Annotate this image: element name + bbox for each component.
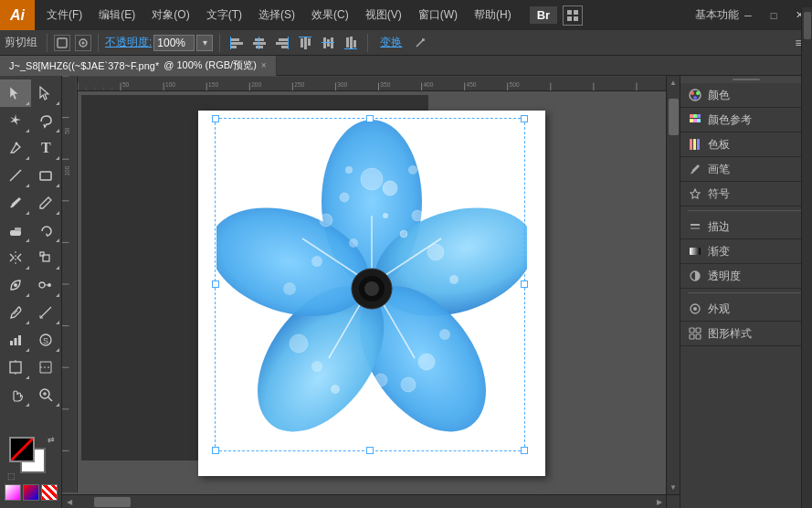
menu-help[interactable]: 帮助(H) bbox=[467, 4, 519, 26]
svg-rect-15 bbox=[279, 38, 289, 41]
maximize-button[interactable]: □ bbox=[761, 0, 786, 30]
menu-effect[interactable]: 效果(C) bbox=[304, 4, 356, 26]
scroll-up-arrow[interactable]: ▲ bbox=[667, 76, 680, 90]
gradient-fill-mode-btn[interactable] bbox=[23, 484, 39, 501]
transform-label[interactable]: 变换 bbox=[374, 33, 407, 52]
scroll-thumb-right[interactable] bbox=[669, 99, 679, 135]
gradient-panel-icon bbox=[688, 244, 702, 259]
scroll-down-arrow[interactable]: ▼ bbox=[667, 481, 680, 494]
default-colors-icon[interactable]: ⬚ bbox=[7, 471, 16, 481]
menu-edit[interactable]: 编辑(E) bbox=[91, 4, 142, 26]
isolate-icon[interactable] bbox=[54, 35, 70, 51]
right-panel-scrollbar[interactable] bbox=[801, 7, 812, 508]
svg-text:400: 400 bbox=[423, 81, 433, 88]
panel-indicator-bar bbox=[733, 79, 760, 80]
panel-header-color-ref[interactable]: 颜色参考 bbox=[680, 108, 812, 132]
workspace-label[interactable]: 基本功能 bbox=[695, 7, 739, 23]
svg-rect-18 bbox=[288, 37, 289, 49]
panel-group-symbol: 符号 bbox=[680, 182, 812, 206]
symbol-tool[interactable]: S bbox=[31, 326, 62, 354]
opacity-label[interactable]: 不透明度: bbox=[105, 35, 152, 50]
no-fill-mode-btn[interactable] bbox=[41, 484, 58, 501]
active-tab[interactable]: J~_S8[MHZ6((~$JAE`378~F.png* @ 100% (RGB… bbox=[0, 56, 277, 76]
panel-header-gradient[interactable]: 渐变 bbox=[680, 239, 812, 263]
hand-tool[interactable] bbox=[0, 381, 31, 408]
align-vcenter-btn[interactable] bbox=[318, 33, 338, 53]
svg-rect-144 bbox=[697, 114, 701, 118]
artboard[interactable] bbox=[198, 111, 545, 476]
measure-tool[interactable] bbox=[31, 299, 62, 326]
right-panel-scroll-thumb[interactable] bbox=[804, 12, 811, 39]
lasso-tool[interactable] bbox=[31, 107, 62, 134]
gradient-panel-label: 渐变 bbox=[708, 244, 805, 259]
canvas-workspace[interactable] bbox=[78, 91, 666, 494]
scale-tool[interactable] bbox=[31, 244, 62, 271]
target-icon[interactable] bbox=[75, 35, 91, 51]
warp-tool[interactable] bbox=[0, 271, 31, 299]
scroll-thumb-bottom[interactable] bbox=[94, 497, 131, 507]
scroll-track-right[interactable] bbox=[667, 90, 680, 481]
opacity-dropdown[interactable]: ▾ bbox=[196, 35, 213, 51]
minimize-button[interactable]: ─ bbox=[735, 0, 761, 30]
align-center-btn[interactable] bbox=[249, 33, 269, 53]
magic-wand-tool[interactable] bbox=[0, 107, 31, 134]
scrollbar-right[interactable]: ▲ ▼ bbox=[666, 76, 680, 494]
menu-file[interactable]: 文件(F) bbox=[39, 4, 90, 26]
rotate-tool[interactable] bbox=[31, 217, 62, 244]
svg-rect-160 bbox=[696, 334, 701, 339]
svg-rect-0 bbox=[567, 10, 572, 15]
color-ref-panel-icon bbox=[688, 112, 702, 127]
line-tool[interactable] bbox=[0, 162, 31, 189]
artboard-tool[interactable] bbox=[0, 354, 31, 381]
menu-object[interactable]: 对象(O) bbox=[144, 4, 196, 26]
arrange-icon[interactable] bbox=[563, 5, 583, 26]
pencil-tool[interactable] bbox=[31, 189, 62, 217]
zoom-tool[interactable] bbox=[31, 381, 62, 408]
panel-header-brush[interactable]: 画笔 bbox=[680, 157, 812, 181]
align-right-btn[interactable] bbox=[272, 33, 292, 53]
tab-close-btn[interactable]: × bbox=[261, 60, 267, 70]
panel-header-stroke[interactable]: 描边 bbox=[680, 215, 812, 238]
align-bottom-btn[interactable] bbox=[341, 33, 361, 53]
align-left-btn[interactable] bbox=[227, 33, 247, 53]
opacity-input[interactable] bbox=[153, 35, 195, 51]
panel-header-appearance[interactable]: 外观 bbox=[680, 297, 812, 321]
type-tool[interactable]: T bbox=[31, 134, 62, 162]
select-tool[interactable] bbox=[0, 79, 31, 107]
menu-text[interactable]: 文字(T) bbox=[199, 4, 249, 26]
menu-select[interactable]: 选择(S) bbox=[251, 4, 302, 26]
brush-tool[interactable] bbox=[0, 189, 31, 217]
stroke-fill-swatches[interactable]: ⇄ ⬚ bbox=[7, 435, 55, 481]
svg-rect-29 bbox=[353, 40, 356, 48]
eyedropper-tool[interactable] bbox=[0, 299, 31, 326]
svg-rect-157 bbox=[690, 328, 694, 333]
panel-header-swatches[interactable]: 色板 bbox=[680, 132, 812, 156]
scroll-track-bottom[interactable] bbox=[76, 495, 652, 508]
scroll-left-arrow[interactable]: ◀ bbox=[62, 495, 76, 509]
graph-tool[interactable] bbox=[0, 326, 31, 354]
menu-view[interactable]: 视图(V) bbox=[358, 4, 409, 26]
panel-header-transparency[interactable]: 透明度 bbox=[680, 264, 812, 288]
scroll-right-arrow[interactable]: ▶ bbox=[652, 495, 666, 509]
panel-header-color[interactable]: 颜色 bbox=[680, 83, 812, 107]
menu-window[interactable]: 窗口(W) bbox=[411, 4, 465, 26]
panel-header-symbol[interactable]: 符号 bbox=[680, 182, 812, 206]
scrollbar-bottom[interactable]: ◀ ▶ bbox=[62, 494, 666, 508]
transform-icon[interactable] bbox=[410, 33, 430, 53]
color-fill-mode-btn[interactable] bbox=[5, 484, 21, 501]
panel-header-graphic-styles[interactable]: 图形样式 bbox=[680, 322, 812, 345]
swap-colors-icon[interactable]: ⇄ bbox=[47, 435, 55, 444]
direct-select-tool[interactable] bbox=[31, 79, 62, 107]
reflect-tool[interactable] bbox=[0, 244, 31, 271]
blend-tool[interactable] bbox=[31, 271, 62, 299]
fill-swatch[interactable] bbox=[9, 437, 35, 462]
slice-tool[interactable] bbox=[31, 354, 62, 381]
pen-tool[interactable] bbox=[0, 134, 31, 162]
ruler-left: 50 100 bbox=[62, 76, 78, 492]
svg-text:200: 200 bbox=[251, 81, 261, 88]
bridge-button[interactable]: Br bbox=[530, 6, 557, 24]
tool-row-6 bbox=[0, 217, 61, 244]
eraser-tool[interactable] bbox=[0, 217, 31, 244]
shape-tool[interactable] bbox=[31, 162, 62, 189]
align-top-btn[interactable] bbox=[295, 33, 315, 53]
